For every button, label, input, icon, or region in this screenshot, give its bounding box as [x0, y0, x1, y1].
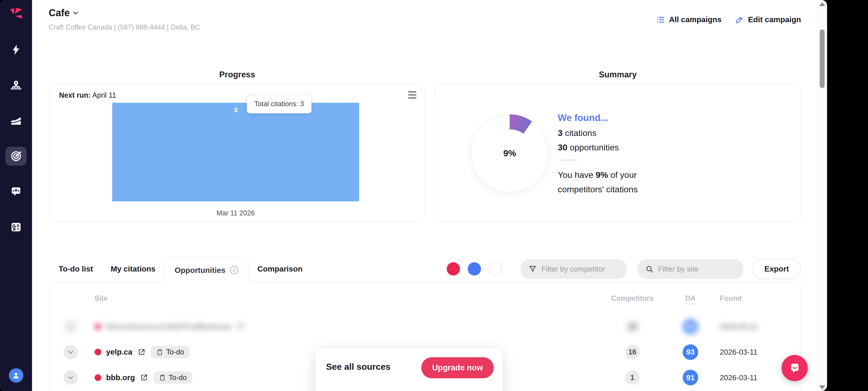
section-headings: Progress Summary — [50, 70, 801, 79]
search-icon — [645, 265, 654, 273]
progress-section-title: Progress — [50, 70, 425, 79]
table-header-row: Site Competitors DA Found — [50, 283, 801, 314]
upsell-text: See all sources — [326, 362, 391, 372]
tab-todo-list[interactable]: To-do list — [50, 255, 102, 282]
screen: Cafe Craft Coffee Canada | (587) 888-444… — [0, 0, 868, 391]
tab-my-citations[interactable]: My citations — [102, 255, 164, 282]
summary-heading: We found... — [558, 112, 674, 123]
citations-count-line: 3 citations — [558, 128, 674, 138]
site-link[interactable]: blurredsource-0.8x87FsdBmdsum — [106, 322, 231, 331]
col-competitors: Competitors — [599, 294, 665, 302]
person-icon — [11, 370, 21, 381]
cards-row: Next run: April 11 3 Total citations: 3 … — [50, 84, 801, 221]
found-date: 2026-03-11 — [715, 322, 787, 331]
competitors-count: 18 — [625, 319, 640, 334]
chart-menu-button[interactable] — [408, 91, 416, 99]
info-icon[interactable]: i — [230, 266, 238, 274]
site-link[interactable]: yelp.ca — [106, 348, 132, 357]
next-run-label: Next run: — [59, 91, 91, 99]
map-pin-grid-icon — [10, 79, 22, 92]
legend-dot-blue[interactable] — [468, 262, 481, 275]
todo-badge[interactable]: To-do — [151, 346, 190, 358]
edit-campaign-button[interactable]: Edit campaign — [735, 15, 801, 25]
external-link-icon[interactable] — [236, 322, 245, 331]
sidebar-item-statistics[interactable] — [5, 111, 27, 130]
da-badge: 93 — [683, 344, 698, 360]
competitors-count: 1 — [625, 370, 640, 385]
donut-slice — [471, 114, 549, 192]
external-link-icon[interactable] — [137, 348, 146, 356]
scroll-down-arrow[interactable] — [819, 386, 825, 389]
all-campaigns-button[interactable]: All campaigns — [656, 15, 721, 25]
col-found: Found — [715, 294, 787, 302]
da-badge: 91 — [683, 370, 698, 385]
da-badge: 92 — [683, 319, 698, 334]
expand-row-button[interactable] — [63, 370, 78, 385]
reviews-bubble-icon — [10, 185, 22, 198]
sidebar-item-citations[interactable] — [5, 147, 27, 166]
page-scrollbar[interactable] — [817, 0, 826, 391]
funnel-icon — [528, 265, 537, 273]
main-content: Cafe Craft Coffee Canada | (587) 888-444… — [32, 0, 827, 391]
competitors-count: 16 — [625, 345, 640, 359]
col-site: Site — [95, 294, 599, 302]
chevron-down-icon — [67, 374, 74, 381]
campaign-header: Cafe Craft Coffee Canada | (587) 888-444… — [49, 7, 79, 19]
sidebar-footer — [9, 368, 23, 383]
site-link[interactable]: bbb.org — [106, 373, 135, 382]
expand-row-button[interactable] — [63, 319, 78, 334]
next-run-value: April 11 — [92, 91, 116, 99]
lightning-icon — [10, 43, 22, 56]
clipboard-icon — [159, 374, 166, 381]
tab-opportunities[interactable]: Opportunities i — [164, 258, 248, 283]
business-subtitle: Craft Coffee Canada | (587) 888-4444 | D… — [49, 23, 381, 31]
expand-row-button[interactable] — [63, 345, 78, 359]
chat-bubble-icon — [788, 361, 801, 375]
sidebar-item-local-rankings[interactable] — [5, 76, 27, 95]
chat-launcher-button[interactable] — [782, 355, 808, 381]
filter-by-site — [637, 259, 743, 279]
sidebar-item-reviews[interactable] — [5, 182, 27, 201]
sidebar-item-quick-actions[interactable] — [5, 40, 27, 59]
site-dot — [95, 323, 101, 330]
campaign-switcher[interactable]: Cafe — [49, 7, 79, 19]
listing-card-icon — [10, 221, 22, 234]
tab-comparison[interactable]: Comparison — [248, 255, 311, 282]
page-title: Cafe — [49, 7, 70, 19]
sidebar-nav — [5, 40, 27, 237]
col-da: DA — [665, 294, 715, 302]
pencil-icon — [735, 15, 744, 25]
todo-badge[interactable]: To-do — [153, 371, 192, 384]
chart-tooltip: Total citations: 3 — [247, 95, 312, 113]
summary-card: 9% We found... 3 citations 30 opportunit… — [435, 84, 801, 221]
sidebar-item-business-profile[interactable] — [5, 218, 27, 237]
brand-logo[interactable] — [7, 5, 25, 23]
opportunities-count-line: 30 opportunities — [558, 143, 674, 152]
export-button[interactable]: Export — [752, 259, 801, 279]
legend-dot-white[interactable] — [489, 262, 502, 275]
user-avatar[interactable] — [9, 368, 23, 383]
target-icon — [10, 150, 22, 162]
toolbar-right: Export — [447, 259, 801, 279]
upsell-popup: See all sources Upgrade now — [315, 348, 503, 391]
scroll-up-arrow[interactable] — [819, 2, 825, 6]
found-date: 2026-03-11 — [715, 348, 787, 356]
scrollbar-thumb[interactable] — [820, 29, 825, 88]
chevron-down-icon — [72, 9, 79, 16]
citations-bar[interactable]: 3 — [112, 103, 359, 201]
external-link-icon[interactable] — [140, 373, 148, 382]
divider — [558, 160, 578, 161]
progress-card: Next run: April 11 3 Total citations: 3 … — [50, 84, 425, 221]
header-actions: All campaigns Edit campaign — [656, 15, 801, 25]
site-dot — [95, 349, 101, 355]
table-row-blurred: blurredsource-0.8x87FsdBmdsum 18 92 2026… — [50, 314, 801, 339]
citations-donut-chart: 9% — [471, 115, 549, 192]
upgrade-now-button[interactable]: Upgrade now — [421, 357, 494, 378]
edit-campaign-label: Edit campaign — [748, 15, 801, 24]
filter-site-input[interactable] — [658, 265, 736, 273]
found-date: 2026-03-11 — [715, 373, 787, 382]
filter-competitor-input[interactable] — [541, 265, 620, 273]
legend-dot-red[interactable] — [447, 262, 460, 275]
list-icon — [656, 15, 665, 25]
tabs: To-do list My citations Opportunities i … — [50, 255, 311, 282]
